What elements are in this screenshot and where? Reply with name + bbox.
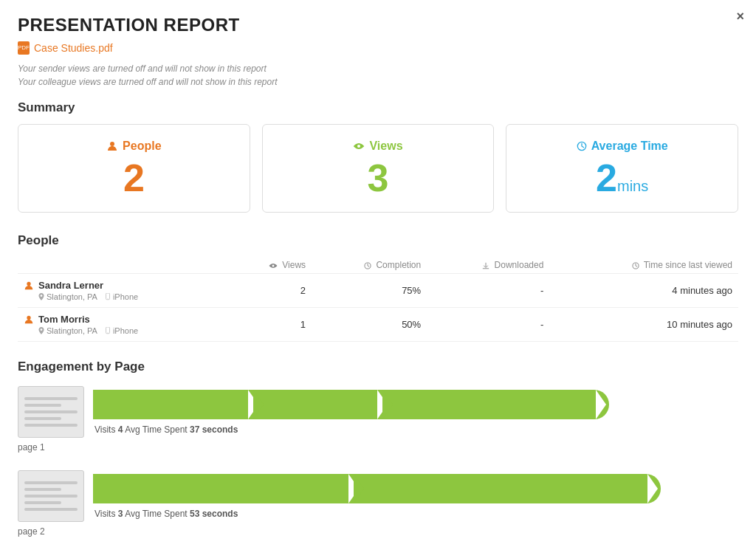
page-2-visits: 3 [118, 509, 123, 519]
person-1-time-since: 4 minutes ago [549, 274, 738, 308]
thumb-line [24, 508, 78, 511]
page-title: PRESENTATION REPORT [18, 15, 738, 35]
thumb-line [24, 417, 61, 420]
clock-icon [577, 141, 587, 151]
page-1-visits: 4 [118, 424, 123, 435]
person-2-icon [24, 314, 34, 325]
mins-label: mins [617, 178, 648, 194]
svg-point-0 [110, 142, 114, 146]
person-1-views: 2 [230, 274, 312, 308]
notice-2: Your colleague views are turned off and … [18, 75, 738, 89]
pdf-icon: PDF [18, 41, 30, 55]
col-completion: Completion [312, 257, 427, 274]
summary-cards: People 2 Views 3 Average Time [18, 124, 738, 213]
thumb-line [24, 424, 78, 427]
person-2-info: Tom Morris Slatington, PA iPhone [18, 308, 230, 342]
person-2-completion: 50% [312, 308, 427, 342]
views-card-value: 3 [275, 159, 482, 197]
people-table: Views Completion [18, 257, 738, 342]
views-col-icon [269, 260, 282, 270]
person-1-name: Sandra Lerner [24, 280, 224, 291]
col-views: Views [230, 257, 312, 274]
page-1-avg-time: 37 seconds [190, 424, 238, 435]
table-row: Tom Morris Slatington, PA iPhone [18, 308, 738, 342]
svg-point-6 [27, 281, 30, 285]
person-2-name: Tom Morris [24, 314, 224, 325]
person-2-meta: Slatington, PA iPhone [24, 326, 224, 335]
time-col-icon [632, 260, 644, 270]
engagement-section-title: Engagement by Page [18, 359, 738, 374]
people-section-title: People [18, 233, 738, 248]
avg-time-card: Average Time 2mins [506, 124, 738, 213]
people-section: People Views [18, 233, 738, 342]
notices: Your sender views are turned off and wil… [18, 62, 738, 89]
summary-section-title: Summary [18, 100, 738, 115]
page-2-item: Visits 3 Avg Time Spent 53 seconds page … [18, 470, 738, 537]
people-card: People 2 [18, 124, 250, 213]
thumb-line [24, 481, 78, 484]
close-button[interactable]: × [736, 9, 744, 24]
page-1-bar-info: Visits 4 Avg Time Spent 37 seconds [93, 424, 738, 435]
person-1-downloaded: - [427, 274, 549, 308]
svg-point-1 [357, 145, 360, 148]
page-1-visual: Visits 4 Avg Time Spent 37 seconds [18, 386, 738, 438]
person-1-device: iPhone [105, 292, 138, 301]
person-2-time-since: 10 minutes ago [549, 308, 738, 342]
page-2-bar-container: Visits 3 Avg Time Spent 53 seconds [93, 474, 738, 519]
person-2-location: Slatington, PA [38, 326, 97, 335]
page-2-thumbnail [18, 470, 84, 522]
person-2-views: 1 [230, 308, 312, 342]
page-1-label: page 1 [18, 442, 738, 453]
engagement-section: Engagement by Page [18, 359, 738, 537]
page-1-item: Visits 4 Avg Time Spent 37 seconds page … [18, 386, 738, 453]
person-icon [106, 140, 118, 152]
svg-point-3 [272, 264, 274, 266]
page-2-avg-time: 53 seconds [190, 509, 238, 519]
col-time-since: Time since last viewed [549, 257, 738, 274]
thumb-line [24, 404, 61, 407]
page-2-bar-info: Visits 3 Avg Time Spent 53 seconds [93, 509, 738, 519]
main-container: PRESENTATION REPORT PDF Case Studies.pdf… [0, 0, 756, 547]
page-1-thumbnail [18, 386, 84, 438]
person-2-downloaded: - [427, 308, 549, 342]
file-link[interactable]: PDF Case Studies.pdf [18, 41, 738, 55]
person-1-location: Slatington, PA [38, 292, 97, 301]
person-1-completion: 75% [312, 274, 427, 308]
avg-time-card-value: 2mins [518, 159, 726, 197]
eye-icon [353, 142, 365, 151]
file-name: Case Studies.pdf [34, 42, 113, 54]
thumb-line [24, 397, 78, 400]
page-1-bar-container: Visits 4 Avg Time Spent 37 seconds [93, 390, 738, 435]
notice-1: Your sender views are turned off and wil… [18, 62, 738, 75]
thumb-line [24, 501, 61, 504]
person-1-icon [24, 281, 34, 291]
download-col-icon [482, 260, 494, 270]
people-card-value: 2 [30, 159, 238, 197]
table-row: Sandra Lerner Slatington, PA iPhone [18, 274, 738, 308]
svg-rect-10 [106, 327, 109, 334]
person-1-meta: Slatington, PA iPhone [24, 292, 224, 301]
avg-time-card-label: Average Time [518, 140, 726, 153]
thumb-line [24, 495, 78, 498]
col-downloaded: Downloaded [427, 257, 549, 274]
views-card: Views 3 [262, 124, 495, 213]
thumb-line [24, 488, 61, 491]
completion-col-icon [364, 260, 376, 270]
people-card-label: People [30, 140, 238, 153]
thumb-line [24, 410, 78, 413]
views-card-label: Views [275, 140, 482, 153]
page-2-visual: Visits 3 Avg Time Spent 53 seconds [18, 470, 738, 522]
person-1-info: Sandra Lerner Slatington, PA iPhone [18, 274, 230, 308]
page-2-label: page 2 [18, 526, 738, 537]
svg-rect-7 [106, 293, 109, 300]
svg-point-9 [27, 315, 30, 319]
person-2-device: iPhone [105, 326, 138, 335]
col-name [18, 257, 230, 274]
